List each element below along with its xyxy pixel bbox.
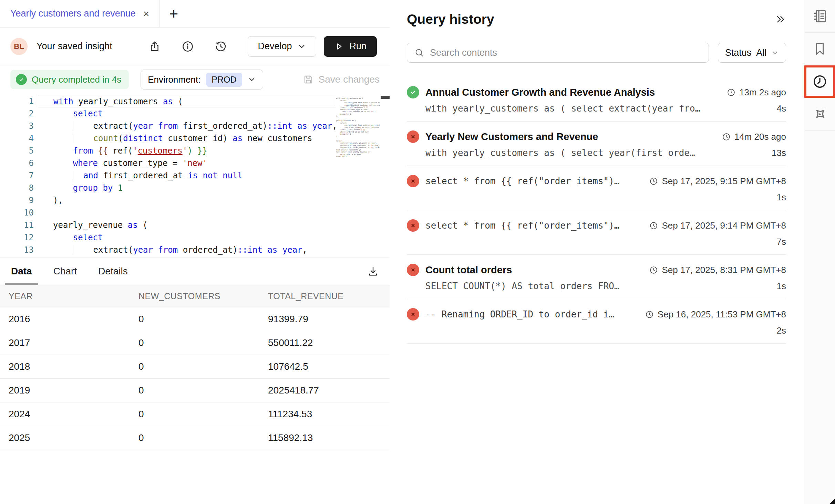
tab-data[interactable]: Data <box>11 258 32 285</box>
code-line-10[interactable] <box>38 207 336 219</box>
info-button[interactable] <box>180 39 195 54</box>
history-item-query-preview: with yearly_customers as ( select year(f… <box>425 148 695 159</box>
code-line-3[interactable]: extract(year from first_ordered_at)::int… <box>38 120 336 132</box>
table-cell: 2017 <box>0 331 130 355</box>
query-history-title: Query history <box>407 12 494 27</box>
column-header: TOTAL_REVENUE <box>259 285 390 307</box>
run-button[interactable]: Run <box>324 36 377 57</box>
code-token: group by <box>73 183 113 193</box>
code-token <box>53 171 73 180</box>
code-token: yearly_revenue <box>53 220 128 230</box>
code-token <box>53 183 73 193</box>
code-line-2[interactable]: select <box>38 107 336 120</box>
code-line-5[interactable]: from {{ ref('customers') }} <box>38 145 336 157</box>
close-tab-icon[interactable]: × <box>143 9 150 19</box>
code-token: , <box>302 245 307 255</box>
query-status-badge: Query completed in 4s <box>10 70 129 89</box>
search-box[interactable] <box>407 43 709 63</box>
history-item-5[interactable]: Count total ordersSep 17, 2025, 8:31 PM … <box>407 255 786 299</box>
table-cell: 0 <box>130 402 259 426</box>
status-filter-dropdown[interactable]: Status All <box>718 43 786 63</box>
scrollbar-thumb[interactable] <box>381 96 390 99</box>
code-token: first_ordered_at <box>98 171 188 180</box>
line-number: 1 <box>0 95 34 107</box>
code-token: year <box>133 121 153 131</box>
code-area[interactable]: with yearly_customers as ( select extrac… <box>38 95 336 257</box>
code-line-7[interactable]: and first_ordered_at is not null <box>38 169 336 182</box>
code-token <box>307 121 312 131</box>
rail-item-query-history[interactable] <box>804 65 835 98</box>
download-icon <box>367 265 379 277</box>
environment-label: Environment: <box>148 74 200 85</box>
code-line-11[interactable]: yearly_revenue as ( <box>38 219 336 231</box>
code-token <box>153 121 158 131</box>
rail-item-outline[interactable] <box>804 0 835 33</box>
code-line-13[interactable]: extract(year from ordered_at)::int as ye… <box>38 244 336 256</box>
table-cell: 0 <box>130 426 259 450</box>
code-token: ), <box>53 196 63 205</box>
download-results-button[interactable] <box>367 265 379 277</box>
table-cell: 91399.79 <box>259 307 390 331</box>
line-number: 11 <box>0 219 34 231</box>
tab-title: Yearly customers and revenue <box>10 8 136 19</box>
code-line-8[interactable]: group by 1 <box>38 182 336 194</box>
search-input[interactable] <box>430 48 702 58</box>
editor-minimap[interactable]: with yearly_customers as ( select extrac… <box>336 95 380 257</box>
history-item-3[interactable]: select * from {{ ref("order_items")…Sep … <box>407 166 786 210</box>
error-cross-icon <box>407 264 419 276</box>
collapse-panel-button[interactable] <box>775 14 786 25</box>
code-token: customers <box>138 146 183 156</box>
query-status-text: Query completed in 4s <box>32 74 121 85</box>
clock-icon <box>645 310 654 319</box>
line-number: 5 <box>0 145 34 157</box>
rail-item-bookmarks[interactable] <box>804 33 835 65</box>
run-label: Run <box>349 41 367 52</box>
environment-dropdown[interactable]: Environment: PROD <box>141 70 263 90</box>
code-line-6[interactable]: where customer_type = 'new' <box>38 157 336 169</box>
table-cell: 0 <box>130 355 259 379</box>
tab-details[interactable]: Details <box>98 258 128 285</box>
code-token: select <box>73 233 103 242</box>
code-token: as <box>267 245 277 255</box>
tab-chart[interactable]: Chart <box>53 258 77 285</box>
tab-yearly-customers-and-revenue[interactable]: Yearly customers and revenue × <box>0 0 160 27</box>
line-number: 3 <box>0 120 34 132</box>
column-header: YEAR <box>0 285 130 307</box>
history-item-duration: 1s <box>770 192 786 203</box>
sql-editor[interactable]: 12345678910111213 with yearly_customers … <box>0 94 390 257</box>
rail-item-explore[interactable] <box>804 98 835 131</box>
save-changes-button[interactable]: Save changes <box>303 74 380 85</box>
success-check-icon <box>16 74 27 85</box>
table-row: 20180107642.5 <box>0 355 390 379</box>
error-cross-icon <box>407 130 419 143</box>
chevron-down-icon <box>248 75 256 84</box>
share-button[interactable] <box>147 39 162 54</box>
history-item-time: 13m 2s ago <box>720 87 786 98</box>
search-icon <box>414 48 424 58</box>
code-line-12[interactable]: select <box>38 231 336 244</box>
history-item-6[interactable]: -- Renaming ORDER_ID to order_id i…Sep 1… <box>407 299 786 344</box>
column-header: NEW_CUSTOMERS <box>130 285 259 307</box>
table-cell: 2018 <box>0 355 130 379</box>
history-item-title: Yearly New Customers and Revenue <box>425 131 598 143</box>
editor-scrollbar[interactable] <box>380 95 390 257</box>
table-cell: 550011.22 <box>259 331 390 355</box>
version-history-button[interactable] <box>213 39 228 54</box>
code-line-4[interactable]: count(distinct customer_id) as new_custo… <box>38 132 336 145</box>
develop-dropdown[interactable]: Develop <box>248 36 316 57</box>
table-row: 20240111234.53 <box>0 402 390 426</box>
code-token <box>93 146 98 156</box>
code-token: not <box>203 171 218 180</box>
history-item-4[interactable]: select * from {{ ref("order_items")…Sep … <box>407 210 786 255</box>
double-chevron-right-icon <box>775 14 786 25</box>
bookmark-icon <box>812 41 828 57</box>
history-item-query-preview: SELECT COUNT(*) AS total_orders FRO… <box>425 281 620 292</box>
new-tab-button[interactable]: + <box>160 0 187 27</box>
code-line-9[interactable]: ), <box>38 194 336 207</box>
code-line-1[interactable]: with yearly_customers as ( <box>38 95 336 107</box>
table-cell: 2016 <box>0 307 130 331</box>
code-token: new_customers <box>243 134 312 143</box>
history-item-1[interactable]: Annual Customer Growth and Revenue Analy… <box>407 77 786 122</box>
history-item-2[interactable]: Yearly New Customers and Revenue14m 20s … <box>407 122 786 166</box>
history-item-duration: 4s <box>770 103 786 114</box>
